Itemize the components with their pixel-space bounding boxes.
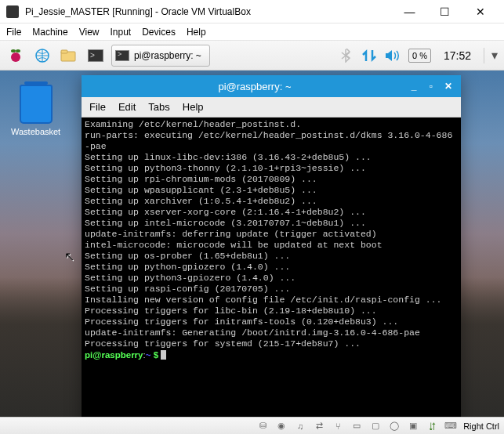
mouse-cursor-icon: ↖ (64, 249, 74, 264)
menu-view[interactable]: View (79, 27, 100, 38)
bluetooth-icon[interactable] (338, 48, 354, 63)
vbox-icon (6, 5, 19, 18)
status-usb-icon[interactable]: ⑂ (332, 420, 344, 432)
terminal-menu-help[interactable]: Help (183, 101, 204, 113)
terminal-minimize-button[interactable]: _ (406, 79, 422, 93)
guest-taskbar: > pi@raspberry: ~ 0 % 17:52 ▾ (0, 41, 504, 71)
status-mouse-icon[interactable]: ⮃ (426, 420, 438, 432)
trash-icon (20, 85, 53, 124)
volume-icon[interactable] (385, 48, 401, 63)
host-menubar: File Machine View Input Devices Help (0, 24, 504, 41)
system-tray: 0 % 17:52 ▾ (338, 48, 499, 63)
status-keyboard-icon[interactable]: ⌨ (444, 420, 457, 432)
svg-rect-5 (61, 50, 67, 53)
file-manager-icon[interactable] (58, 45, 80, 67)
svg-point-1 (11, 49, 16, 52)
terminal-close-button[interactable]: ✕ (441, 79, 456, 93)
menu-devices[interactable]: Devices (142, 27, 176, 38)
wastebasket-desktop-icon[interactable]: Wastebasket (11, 85, 60, 136)
battery-indicator[interactable]: 0 % (408, 49, 431, 63)
menu-input[interactable]: Input (111, 27, 132, 38)
menu-machine[interactable]: Machine (32, 27, 67, 38)
taskbar-task-terminal[interactable]: pi@raspberry: ~ (111, 45, 210, 67)
host-titlebar: Pi_Jessie_MASTER [Running] - Oracle VM V… (0, 0, 504, 24)
close-button[interactable]: ✕ (462, 0, 498, 23)
host-key-label: Right Ctrl (463, 421, 499, 431)
terminal-menubar: File Edit Tabs Help (82, 97, 461, 118)
task-label: pi@raspberry: ~ (134, 50, 201, 61)
status-hdd-icon[interactable]: ⛁ (256, 420, 269, 432)
menu-help[interactable]: Help (187, 27, 206, 38)
terminal-menu-tabs[interactable]: Tabs (148, 101, 169, 113)
svg-point-0 (11, 52, 20, 62)
status-display-icon[interactable]: ▢ (369, 420, 382, 432)
status-recording-icon[interactable]: ◯ (388, 420, 401, 432)
status-cpu-icon[interactable]: ▣ (407, 420, 419, 432)
menu-file[interactable]: File (6, 27, 21, 38)
terminal-launcher-icon[interactable]: > (85, 45, 107, 67)
host-title-text: Pi_Jessie_MASTER [Running] - Oracle VM V… (25, 6, 392, 17)
host-window-controls: — ☐ ✕ (392, 0, 498, 23)
web-browser-icon[interactable] (31, 45, 53, 67)
host-statusbar: ⛁ ◉ ♫ ⇄ ⑂ ▭ ▢ ◯ ▣ ⮃ ⌨ Right Ctrl (0, 417, 504, 434)
wastebasket-label: Wastebasket (11, 127, 60, 136)
tray-chevron-icon[interactable]: ▾ (484, 48, 499, 63)
terminal-output[interactable]: Examining /etc/kernel/header_postinst.d.… (82, 118, 461, 426)
terminal-icon (115, 50, 129, 61)
terminal-window: pi@raspberry: ~ _ ▫ ✕ File Edit Tabs Hel… (82, 75, 461, 426)
terminal-maximize-button[interactable]: ▫ (423, 79, 439, 93)
clock[interactable]: 17:52 (439, 49, 476, 62)
maximize-button[interactable]: ☐ (427, 0, 462, 23)
network-icon[interactable] (361, 48, 377, 63)
terminal-title-text: pi@raspberry: ~ (103, 81, 406, 92)
svg-point-2 (16, 49, 20, 52)
status-network-icon[interactable]: ⇄ (313, 420, 325, 432)
terminal-menu-file[interactable]: File (89, 101, 106, 113)
minimize-button[interactable]: — (392, 0, 427, 23)
terminal-menu-edit[interactable]: Edit (118, 101, 136, 113)
raspberry-menu-icon[interactable] (5, 45, 27, 67)
status-optical-icon[interactable]: ◉ (275, 420, 288, 432)
status-shared-folder-icon[interactable]: ▭ (350, 420, 363, 432)
terminal-titlebar[interactable]: pi@raspberry: ~ _ ▫ ✕ (82, 75, 461, 97)
guest-desktop[interactable]: Wastebasket ↖ pi@raspberry: ~ _ ▫ ✕ File… (0, 71, 504, 434)
status-audio-icon[interactable]: ♫ (294, 420, 306, 432)
